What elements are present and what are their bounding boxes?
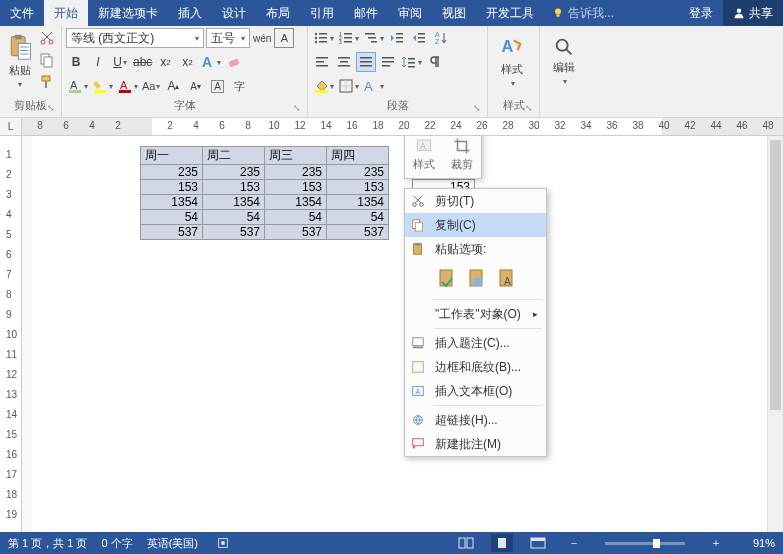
view-read[interactable] — [455, 534, 477, 552]
ruler-horizontal[interactable]: L 86422468101214161820222426283032343638… — [0, 118, 783, 136]
table-cell[interactable]: 153 — [327, 180, 389, 195]
align-center-button[interactable] — [334, 52, 354, 72]
ctx-cut[interactable]: 剪切(T) — [405, 189, 546, 213]
dialog-launcher-icon[interactable]: ⤡ — [293, 103, 301, 113]
table-cell[interactable]: 54 — [141, 210, 203, 225]
font-color-button[interactable]: A▾ — [116, 76, 139, 96]
dialog-launcher-icon[interactable]: ⤡ — [525, 103, 533, 113]
shrink-font-button[interactable]: A▾ — [185, 76, 205, 96]
tab-developer[interactable]: 开发工具 — [476, 0, 544, 26]
table-header[interactable]: 周三 — [265, 147, 327, 165]
show-marks-button[interactable] — [425, 52, 445, 72]
ruler-vertical[interactable]: 12345678910111213141516171819 — [0, 136, 22, 532]
decrease-indent-button[interactable] — [387, 28, 407, 48]
mini-crop-button[interactable]: 裁剪 — [447, 137, 477, 172]
table-cell[interactable]: 153 — [265, 180, 327, 195]
highlight-color-button[interactable]: ▾ — [91, 76, 114, 96]
view-print[interactable] — [491, 534, 513, 552]
line-spacing-button[interactable]: ▾ — [400, 52, 423, 72]
paste-text-only[interactable]: A — [495, 265, 519, 291]
scrollbar-vertical[interactable] — [767, 136, 783, 532]
char-shading-button[interactable]: 字 — [229, 76, 249, 96]
subscript-button[interactable]: x2 — [155, 52, 175, 72]
bullets-button[interactable]: ▾ — [312, 28, 335, 48]
zoom-thumb[interactable] — [653, 539, 660, 548]
paste-keep-source[interactable] — [435, 265, 459, 291]
dialog-launcher-icon[interactable]: ⤡ — [47, 103, 55, 113]
ctx-worksheet-object[interactable]: "工作表"对象(O)▸ — [405, 302, 546, 326]
superscript-button[interactable]: x2 — [177, 52, 197, 72]
grow-font-button[interactable]: A▴ — [163, 76, 183, 96]
phonetic-guide-button[interactable]: wén — [252, 28, 272, 48]
copy-button[interactable] — [37, 50, 57, 70]
char-scale-button[interactable]: Aa▾ — [141, 76, 161, 96]
table-cell[interactable]: 1354 — [327, 195, 389, 210]
asian-layout-button[interactable]: A▾ — [362, 76, 385, 96]
share-button[interactable]: 共享 — [723, 0, 783, 26]
tab-design[interactable]: 设计 — [212, 0, 256, 26]
ctx-insert-caption[interactable]: 插入题注(C)... — [405, 331, 546, 355]
strikethrough-button[interactable]: abc — [132, 52, 153, 72]
tab-layout[interactable]: 布局 — [256, 0, 300, 26]
status-lang[interactable]: 英语(美国) — [147, 536, 198, 551]
enclose-chars-button[interactable]: A — [274, 28, 294, 48]
ctx-copy[interactable]: 复制(C) — [405, 213, 546, 237]
table-cell[interactable]: 1354 — [141, 195, 203, 210]
table-cell[interactable]: 537 — [265, 225, 327, 240]
table-cell[interactable]: 235 — [327, 165, 389, 180]
align-justify-button[interactable] — [356, 52, 376, 72]
zoom-level[interactable]: 91% — [741, 537, 775, 549]
font-size-combo[interactable]: 五号▾ — [206, 28, 250, 48]
align-distribute-button[interactable] — [378, 52, 398, 72]
tab-file[interactable]: 文件 — [0, 0, 44, 26]
ctx-borders-shading[interactable]: 边框和底纹(B)... — [405, 355, 546, 379]
format-painter-button[interactable] — [37, 72, 57, 92]
paste-button[interactable]: 粘贴 ▾ — [4, 28, 35, 94]
numbering-button[interactable]: 123▾ — [337, 28, 360, 48]
table-header[interactable]: 周二 — [203, 147, 265, 165]
table-cell[interactable]: 1354 — [265, 195, 327, 210]
underline-button[interactable]: U▾ — [110, 52, 130, 72]
table-cell[interactable]: 537 — [203, 225, 265, 240]
table-cell[interactable]: 1354 — [203, 195, 265, 210]
tab-insert[interactable]: 插入 — [168, 0, 212, 26]
clear-format-button[interactable] — [224, 52, 244, 72]
table-cell[interactable]: 153 — [203, 180, 265, 195]
cut-button[interactable] — [37, 28, 57, 48]
ruler-tab-selector[interactable]: L — [0, 118, 22, 136]
shading-button[interactable]: ▾ — [312, 76, 335, 96]
bold-button[interactable]: B — [66, 52, 86, 72]
styles-button[interactable]: A 样式 ▾ — [492, 28, 532, 94]
char-border-button[interactable]: A — [207, 76, 227, 96]
font-name-combo[interactable]: 等线 (西文正文)▾ — [66, 28, 204, 48]
ctx-insert-textbox[interactable]: A插入文本框(O) — [405, 379, 546, 403]
tab-home[interactable]: 开始 — [44, 0, 88, 26]
increase-indent-button[interactable] — [409, 28, 429, 48]
table-cell[interactable]: 537 — [141, 225, 203, 240]
mini-styles-button[interactable]: A 样式 — [409, 137, 439, 172]
table-header[interactable]: 周一 — [141, 147, 203, 165]
table-cell[interactable]: 153 — [141, 180, 203, 195]
zoom-slider[interactable] — [605, 542, 685, 545]
login-button[interactable]: 登录 — [679, 0, 723, 26]
status-page[interactable]: 第 1 页，共 1 页 — [8, 536, 87, 551]
text-effects-button[interactable]: A▾ — [199, 52, 222, 72]
table-header[interactable]: 周四 — [327, 147, 389, 165]
page[interactable]: 周一周二周三周四23523523523515315315315315313541… — [32, 136, 783, 532]
zoom-in[interactable]: + — [705, 534, 727, 552]
ctx-hyperlink[interactable]: 超链接(H)... — [405, 408, 546, 432]
tab-references[interactable]: 引用 — [300, 0, 344, 26]
dialog-launcher-icon[interactable]: ⤡ — [473, 103, 481, 113]
editing-button[interactable]: 编辑 ▾ — [544, 28, 584, 94]
tab-view[interactable]: 视图 — [432, 0, 476, 26]
italic-button[interactable]: I — [88, 52, 108, 72]
table-cell[interactable]: 235 — [141, 165, 203, 180]
status-macro[interactable] — [212, 534, 234, 552]
tab-review[interactable]: 审阅 — [388, 0, 432, 26]
tab-mailings[interactable]: 邮件 — [344, 0, 388, 26]
table-cell[interactable]: 54 — [265, 210, 327, 225]
tell-me[interactable]: 告诉我... — [544, 0, 622, 26]
zoom-out[interactable]: − — [563, 534, 585, 552]
table-cell[interactable]: 54 — [203, 210, 265, 225]
tab-newtab[interactable]: 新建选项卡 — [88, 0, 168, 26]
